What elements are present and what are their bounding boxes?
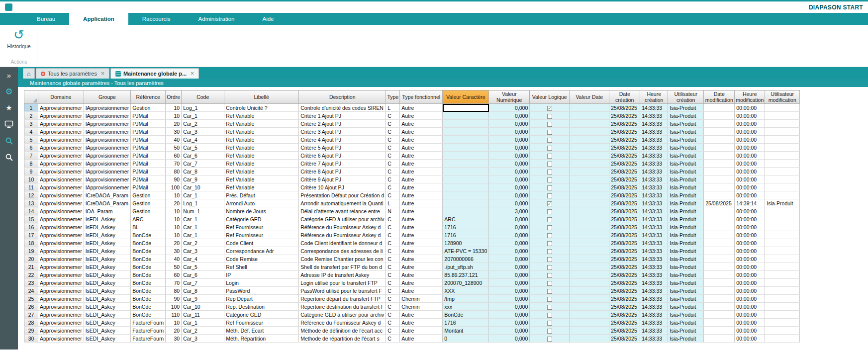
cell-ordre[interactable]: 10 — [166, 191, 182, 199]
cell-valeur_logique[interactable] — [530, 271, 570, 279]
cell-heure_creation[interactable]: 14:33:33 — [640, 311, 668, 319]
cell-date_creation[interactable]: 25/08/2025 — [609, 176, 640, 183]
cell-date_creation[interactable]: 25/08/2025 — [609, 168, 640, 176]
col-header-date_modification[interactable]: Date modification — [704, 90, 735, 104]
cell-description[interactable]: Critère 5 Ajout PJ — [299, 144, 386, 152]
col-header-type[interactable]: Type — [386, 90, 400, 104]
cell-utilisateur_modification[interactable] — [765, 120, 800, 128]
cell-valeur_numerique[interactable]: 0,000 — [489, 144, 530, 152]
cell-reference[interactable]: Gestion — [131, 199, 166, 207]
cell-date_modification[interactable] — [704, 168, 735, 176]
checkbox-unchecked[interactable] — [547, 146, 552, 151]
checkbox-unchecked[interactable] — [547, 249, 552, 254]
close-icon[interactable]: × — [101, 70, 104, 77]
cell-date_modification[interactable]: 25/08/2025 — [704, 199, 735, 207]
cell-valeur_caractere[interactable]: Montant — [443, 327, 489, 335]
col-header-valeur_numerique[interactable]: Valeur Numérique — [489, 90, 530, 104]
checkbox-unchecked[interactable] — [547, 193, 552, 198]
cell-type_fonctionnel[interactable]: Autre — [400, 255, 443, 263]
cell-valeur_caractere[interactable] — [443, 120, 489, 128]
cell-type_fonctionnel[interactable]: Autre — [400, 160, 443, 168]
cell-ordre[interactable]: 50 — [166, 263, 182, 271]
cell-reference[interactable]: ARC — [131, 215, 166, 223]
cell-valeur_numerique[interactable]: 0,000 — [489, 239, 530, 247]
cell-date_modification[interactable] — [704, 231, 735, 239]
cell-type_fonctionnel[interactable]: Autre — [400, 319, 443, 327]
cell-code[interactable]: Car_10 — [182, 303, 224, 311]
cell-valeur_numerique[interactable]: 0,000 — [489, 279, 530, 287]
cell-libelle[interactable]: Ref Fournisseur — [224, 223, 299, 231]
cell-date_modification[interactable] — [704, 176, 735, 183]
cell-description[interactable]: Catégorie GED à utiliser pour archiv — [299, 215, 386, 223]
cell-groupe[interactable]: IOA_Param — [84, 207, 131, 215]
cell-date_creation[interactable]: 25/08/2025 — [609, 279, 640, 287]
cell-description[interactable]: Référence du Fournisseur Askey d — [299, 319, 386, 327]
cell-heure_modification[interactable]: 00:00:00 — [735, 104, 765, 112]
cell-ordre[interactable]: 10 — [166, 231, 182, 239]
cell-heure_modification[interactable]: 00:00:00 — [735, 295, 765, 303]
cell-libelle[interactable]: Ref Variable — [224, 183, 299, 191]
cell-date_modification[interactable] — [704, 311, 735, 319]
cell-description[interactable]: Délai d'attente avant relance entre — [299, 207, 386, 215]
row-number-cell[interactable]: 2 — [24, 112, 38, 120]
cell-libelle[interactable]: Ref Fournisseur — [224, 231, 299, 239]
cell-ordre[interactable]: 30 — [166, 247, 182, 255]
cell-heure_creation[interactable]: 14:33:33 — [640, 207, 668, 215]
cell-valeur_caractere[interactable] — [443, 152, 489, 160]
cell-groupe[interactable]: IsEDI_Askey — [84, 263, 131, 271]
cell-libelle[interactable]: Ref Shell — [224, 263, 299, 271]
cell-utilisateur_creation[interactable]: Isia-Produit — [668, 311, 704, 319]
cell-reference[interactable]: BonCde — [131, 295, 166, 303]
cell-ordre[interactable]: 80 — [166, 287, 182, 295]
cell-utilisateur_creation[interactable]: Isia-Produit — [668, 136, 704, 144]
cell-heure_creation[interactable]: 14:33:33 — [640, 160, 668, 168]
cell-valeur_logique[interactable] — [530, 319, 570, 327]
cell-utilisateur_creation[interactable]: Isia-Produit — [668, 279, 704, 287]
cell-reference[interactable]: PJMail — [131, 120, 166, 128]
cell-reference[interactable]: BonCde — [131, 247, 166, 255]
cell-groupe[interactable]: IsEDI_Askey — [84, 231, 131, 239]
cell-valeur_caractere[interactable] — [443, 104, 489, 112]
cell-domaine[interactable]: Approvisionnemer — [38, 311, 84, 319]
cell-domaine[interactable]: Approvisionnemer — [38, 223, 84, 231]
cell-ordre[interactable]: 20 — [166, 327, 182, 335]
cell-groupe[interactable]: ICreDAOA_Param — [84, 199, 131, 207]
cell-date_modification[interactable] — [704, 120, 735, 128]
cell-description[interactable]: Login utilisé pour le transfert FTP — [299, 279, 386, 287]
cell-valeur_date[interactable] — [570, 199, 609, 207]
cell-valeur_caractere[interactable]: xxx — [443, 303, 489, 311]
cell-valeur_logique[interactable]: ✓ — [530, 104, 570, 112]
cell-date_modification[interactable] — [704, 144, 735, 152]
cell-type[interactable]: C — [386, 327, 400, 335]
checkbox-checked[interactable]: ✓ — [547, 106, 552, 111]
cell-valeur_date[interactable] — [570, 191, 609, 199]
cell-heure_creation[interactable]: 14:33:33 — [640, 176, 668, 183]
cell-groupe[interactable]: IsEDI_Askey — [84, 247, 131, 255]
cell-heure_creation[interactable]: 14:33:33 — [640, 128, 668, 136]
cell-date_modification[interactable] — [704, 303, 735, 311]
row-number-cell[interactable]: 20 — [24, 255, 38, 263]
cell-groupe[interactable]: IsEDI_Askey — [84, 279, 131, 287]
cell-type[interactable]: C — [386, 303, 400, 311]
cell-valeur_date[interactable] — [570, 176, 609, 183]
cell-type[interactable]: L — [386, 104, 400, 112]
cell-valeur_logique[interactable] — [530, 144, 570, 152]
cell-ordre[interactable]: 40 — [166, 136, 182, 144]
cell-groupe[interactable]: IsEDI_Askey — [84, 215, 131, 223]
row-number-cell[interactable]: 30 — [24, 335, 38, 343]
cell-domaine[interactable]: Approvisionnemer — [38, 255, 84, 263]
favorites-star-icon[interactable]: ★ — [3, 103, 14, 113]
cell-code[interactable]: Car_3 — [182, 247, 224, 255]
tab-tous-les-parametres[interactable]: Tous les paramètres × — [36, 68, 109, 79]
cell-groupe[interactable]: IApprovisionnemer — [84, 136, 131, 144]
cell-description[interactable]: Critère 4 Ajout PJ — [299, 136, 386, 144]
cell-groupe[interactable]: IsEDI_Askey — [84, 255, 131, 263]
cell-libelle[interactable]: Ref Variable — [224, 176, 299, 183]
checkbox-unchecked[interactable] — [547, 233, 552, 238]
cell-valeur_date[interactable] — [570, 128, 609, 136]
cell-libelle[interactable]: Rep. Destination — [224, 303, 299, 311]
cell-valeur_caractere[interactable] — [443, 144, 489, 152]
cell-date_modification[interactable] — [704, 327, 735, 335]
cell-type[interactable]: C — [386, 223, 400, 231]
col-header-ordre[interactable]: Ordre — [166, 90, 182, 104]
